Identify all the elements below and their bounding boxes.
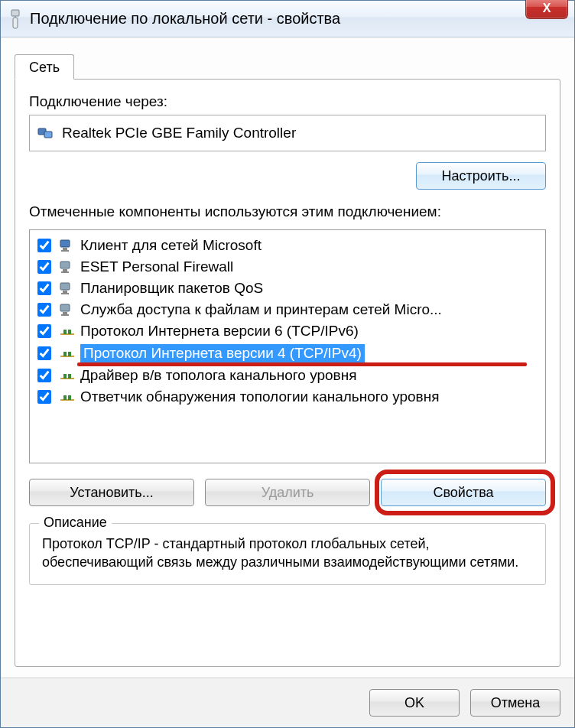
- component-checkbox[interactable]: [37, 239, 51, 252]
- svg-rect-14: [60, 304, 70, 311]
- svg-rect-16: [61, 314, 69, 316]
- svg-rect-15: [63, 312, 67, 314]
- component-checkbox[interactable]: [37, 324, 51, 338]
- component-label: Протокол Интернета версии 4 (TCP/IPv4): [80, 344, 365, 362]
- svg-rect-7: [61, 250, 69, 252]
- install-label: Установить...: [70, 485, 153, 500]
- description-text: Протокол TCP/IP - стандартный протокол г…: [42, 535, 533, 572]
- properties-label: Свойства: [433, 485, 493, 500]
- component-label: Служба доступа к файлам и принтерам сете…: [80, 301, 442, 318]
- svg-rect-12: [63, 291, 67, 293]
- svg-rect-4: [44, 132, 52, 138]
- svg-rect-5: [60, 240, 70, 247]
- component-row[interactable]: Служба доступа к файлам и принтерам сете…: [33, 299, 542, 320]
- properties-button[interactable]: Свойства: [381, 479, 546, 506]
- component-row[interactable]: Протокол Интернета версии 6 (TCP/IPv6): [33, 320, 542, 342]
- svg-rect-28: [68, 395, 71, 400]
- component-row[interactable]: Планировщик пакетов QoS: [33, 278, 542, 299]
- component-checkbox[interactable]: [37, 390, 51, 404]
- configure-label: Настроить...: [442, 168, 521, 184]
- tab-panel-network: Подключение через: Realtek PCIe GBE Fami…: [15, 79, 560, 667]
- svg-rect-0: [11, 10, 19, 16]
- tab-label: Сеть: [29, 60, 60, 75]
- ok-button[interactable]: OK: [369, 689, 460, 717]
- configure-button[interactable]: Настроить...: [416, 162, 546, 190]
- window-title: Подключение по локальной сети - свойства: [30, 10, 340, 28]
- properties-dialog: Подключение по локальной сети - свойства…: [0, 0, 575, 728]
- component-row[interactable]: Клиент для сетей Microsoft: [33, 235, 542, 256]
- component-label: ESET Personal Firewall: [80, 258, 233, 275]
- component-label: Драйвер в/в тополога канального уровня: [80, 367, 356, 384]
- service-icon: [59, 302, 76, 317]
- component-label: Ответчик обнаружения топологии канальног…: [80, 388, 439, 405]
- component-buttons-row: Установить... Удалить Свойства: [29, 479, 546, 506]
- svg-rect-9: [63, 269, 67, 271]
- component-checkbox[interactable]: [37, 369, 51, 382]
- svg-rect-6: [63, 248, 67, 250]
- adapter-name: Realtek PCIe GBE Family Controller: [62, 125, 296, 141]
- svg-rect-27: [63, 395, 67, 400]
- component-row[interactable]: ESET Personal Firewall: [33, 256, 542, 278]
- svg-rect-22: [68, 352, 71, 356]
- service-icon: [59, 281, 76, 296]
- close-button[interactable]: X: [525, 0, 568, 19]
- service-icon: [59, 259, 76, 275]
- protocol-icon: [59, 346, 76, 361]
- svg-rect-10: [61, 271, 69, 273]
- protocol-icon: [59, 368, 76, 383]
- svg-rect-11: [60, 283, 70, 290]
- adapter-field[interactable]: Realtek PCIe GBE Family Controller: [29, 115, 546, 151]
- svg-rect-24: [63, 374, 67, 379]
- components-label: Отмеченные компоненты используются этим …: [29, 203, 546, 220]
- svg-rect-13: [61, 293, 69, 294]
- svg-rect-8: [60, 262, 70, 268]
- svg-rect-1: [13, 18, 18, 28]
- titlebar[interactable]: Подключение по локальной сети - свойства…: [1, 1, 574, 37]
- component-label: Клиент для сетей Microsoft: [80, 237, 262, 254]
- close-icon: X: [543, 2, 551, 15]
- cancel-label: Отмена: [491, 695, 541, 710]
- uninstall-button: Удалить: [205, 479, 370, 506]
- install-button[interactable]: Установить...: [29, 479, 194, 506]
- tabstrip: Сеть: [15, 51, 560, 79]
- component-checkbox[interactable]: [37, 346, 51, 360]
- component-label: Планировщик пакетов QoS: [80, 280, 263, 297]
- description-legend: Описание: [39, 515, 112, 531]
- description-group: Описание Протокол TCP/IP - стандартный п…: [29, 523, 546, 585]
- component-row[interactable]: Протокол Интернета версии 4 (TCP/IPv4): [33, 342, 542, 365]
- component-label: Протокол Интернета версии 6 (TCP/IPv6): [80, 323, 359, 340]
- protocol-icon: [59, 389, 76, 405]
- uninstall-label: Удалить: [262, 485, 314, 500]
- client-area: Сеть Подключение через: Realtek PCIe GBE…: [1, 37, 574, 678]
- component-row[interactable]: Ответчик обнаружения топологии канальног…: [33, 386, 542, 408]
- connect-using-label: Подключение через:: [29, 93, 546, 110]
- ok-label: OK: [404, 695, 424, 710]
- components-listbox[interactable]: Клиент для сетей MicrosoftESET Personal …: [29, 229, 546, 463]
- svg-rect-25: [68, 374, 71, 379]
- dialog-footer: OK Отмена: [1, 678, 574, 727]
- client-icon: [59, 238, 76, 253]
- cancel-button[interactable]: Отмена: [470, 689, 560, 717]
- svg-rect-19: [68, 330, 71, 334]
- protocol-icon: [59, 323, 76, 339]
- component-checkbox[interactable]: [37, 260, 51, 274]
- component-row[interactable]: Драйвер в/в тополога канального уровня: [33, 365, 542, 386]
- tab-network[interactable]: Сеть: [15, 54, 74, 80]
- svg-rect-21: [63, 352, 67, 356]
- svg-rect-18: [63, 330, 67, 334]
- component-checkbox[interactable]: [37, 303, 51, 317]
- component-checkbox[interactable]: [37, 281, 51, 295]
- nic-icon: [37, 125, 54, 141]
- network-adapter-icon: [8, 8, 22, 30]
